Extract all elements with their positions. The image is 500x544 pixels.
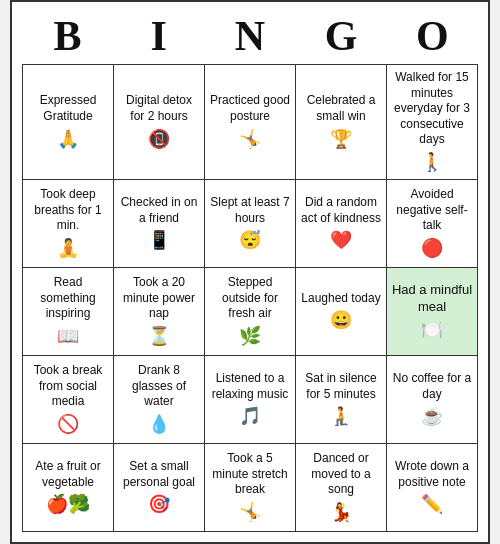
cell-text: Celebrated a small win [300,93,382,124]
bingo-cell[interactable]: Checked in on a friend📱 [114,180,205,268]
bingo-cell[interactable]: Took a 5 minute stretch break🤸 [205,444,296,532]
cell-emoji: 📖 [57,325,79,348]
cell-emoji: 🍎🥦 [46,493,90,516]
bingo-cell[interactable]: Celebrated a small win🏆 [296,65,387,180]
cell-emoji: 😴 [239,229,261,252]
cell-text: Ate a fruit or vegetable [27,459,109,490]
cell-text: Had a mindful meal [391,282,473,316]
cell-emoji: 🔴 [421,237,443,260]
cell-text: Practiced good posture [209,93,291,124]
bingo-cell[interactable]: Read something inspiring📖 [23,268,114,356]
cell-emoji: 🏆 [330,128,352,151]
bingo-cell[interactable]: Practiced good posture🤸 [205,65,296,180]
cell-emoji: 😀 [330,309,352,332]
bingo-cell[interactable]: No coffee for a day☕ [387,356,478,444]
cell-emoji: 📵 [148,128,170,151]
bingo-cell[interactable]: Listened to a relaxing music🎵 [205,356,296,444]
cell-emoji: 🍽️ [421,319,443,342]
cell-emoji: ✏️ [421,493,443,516]
bingo-cell[interactable]: Laughed today😀 [296,268,387,356]
cell-emoji: ❤️ [330,229,352,252]
cell-emoji: 🎯 [148,493,170,516]
bingo-cell[interactable]: Avoided negative self-talk🔴 [387,180,478,268]
bingo-cell[interactable]: Stepped outside for fresh air🌿 [205,268,296,356]
cell-text: Slept at least 7 hours [209,195,291,226]
bingo-letter: O [388,12,476,60]
cell-text: Took a 20 minute power nap [118,275,200,322]
bingo-card: BINGO Expressed Gratitude🙏Digital detox … [10,0,490,544]
bingo-letter: B [24,12,112,60]
bingo-grid: Expressed Gratitude🙏Digital detox for 2 … [22,64,478,532]
cell-emoji: 🤸 [239,128,261,151]
bingo-letter: G [297,12,385,60]
bingo-cell[interactable]: Danced or moved to a song💃 [296,444,387,532]
cell-text: Avoided negative self-talk [391,187,473,234]
cell-text: Set a small personal goal [118,459,200,490]
bingo-cell[interactable]: Wrote down a positive note✏️ [387,444,478,532]
cell-text: Danced or moved to a song [300,451,382,498]
cell-emoji: 🤸 [239,501,261,524]
cell-text: Stepped outside for fresh air [209,275,291,322]
bingo-letter: N [206,12,294,60]
cell-emoji: ☕ [421,405,443,428]
bingo-cell[interactable]: Walked for 15 minutes everyday for 3 con… [387,65,478,180]
bingo-cell[interactable]: Had a mindful meal🍽️ [387,268,478,356]
cell-emoji: 🚫 [57,413,79,436]
cell-text: Wrote down a positive note [391,459,473,490]
bingo-cell[interactable]: Digital detox for 2 hours📵 [114,65,205,180]
cell-text: Took a 5 minute stretch break [209,451,291,498]
bingo-cell[interactable]: Did a random act of kindness❤️ [296,180,387,268]
bingo-cell[interactable]: Slept at least 7 hours😴 [205,180,296,268]
bingo-header: BINGO [22,12,478,60]
cell-text: Listened to a relaxing music [209,371,291,402]
cell-emoji: ⏳ [148,325,170,348]
bingo-cell[interactable]: Sat in silence for 5 minutes🧎 [296,356,387,444]
bingo-cell[interactable]: Expressed Gratitude🙏 [23,65,114,180]
cell-text: Walked for 15 minutes everyday for 3 con… [391,70,473,148]
cell-text: Did a random act of kindness [300,195,382,226]
bingo-cell[interactable]: Took a 20 minute power nap⏳ [114,268,205,356]
cell-text: Took a break from social media [27,363,109,410]
cell-text: Drank 8 glasses of water [118,363,200,410]
cell-text: Expressed Gratitude [27,93,109,124]
cell-emoji: 📱 [148,229,170,252]
cell-text: Digital detox for 2 hours [118,93,200,124]
cell-emoji: 🧘 [57,237,79,260]
cell-emoji: 🌿 [239,325,261,348]
bingo-cell[interactable]: Drank 8 glasses of water💧 [114,356,205,444]
bingo-cell[interactable]: Took deep breaths for 1 min.🧘 [23,180,114,268]
cell-text: Sat in silence for 5 minutes [300,371,382,402]
bingo-cell[interactable]: Took a break from social media🚫 [23,356,114,444]
cell-text: Took deep breaths for 1 min. [27,187,109,234]
cell-text: No coffee for a day [391,371,473,402]
bingo-cell[interactable]: Set a small personal goal🎯 [114,444,205,532]
bingo-letter: I [115,12,203,60]
bingo-cell[interactable]: Ate a fruit or vegetable🍎🥦 [23,444,114,532]
cell-text: Read something inspiring [27,275,109,322]
cell-emoji: 💧 [148,413,170,436]
cell-emoji: 💃 [330,501,352,524]
cell-emoji: 🚶 [421,151,443,174]
cell-text: Checked in on a friend [118,195,200,226]
cell-text: Laughed today [301,291,380,307]
cell-emoji: 🧎 [330,405,352,428]
cell-emoji: 🙏 [57,128,79,151]
cell-emoji: 🎵 [239,405,261,428]
